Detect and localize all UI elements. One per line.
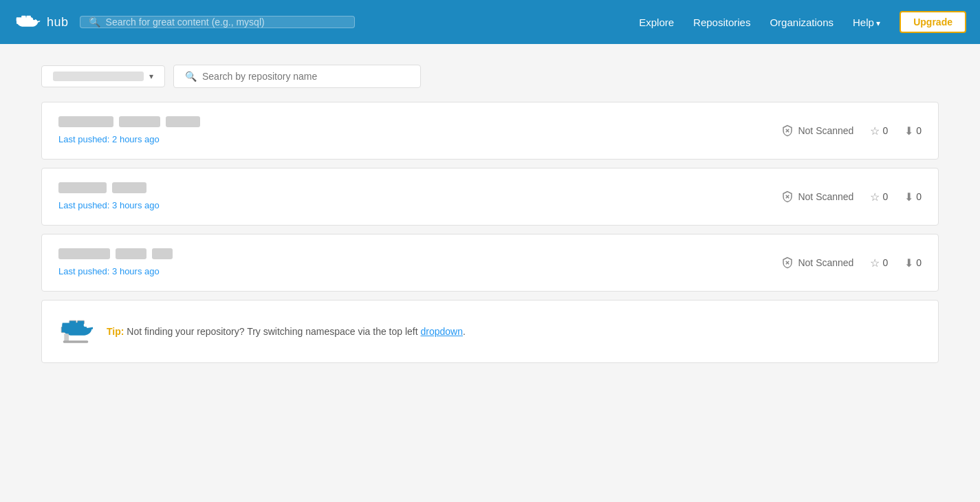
repo-search-box[interactable]: 🔍 [173, 65, 421, 88]
nav-help[interactable]: Help [853, 17, 880, 28]
download-count-1: ⬇ 0 [904, 124, 922, 138]
star-icon-1: ☆ [870, 124, 880, 138]
svg-rect-18 [64, 334, 69, 342]
not-scanned-badge-1: Not Scanned [781, 124, 853, 137]
repo-name-block-3a [58, 248, 110, 259]
star-icon-3: ☆ [870, 257, 880, 270]
repo-card-right-3: Not Scanned ☆ 0 ⬇ 0 [781, 257, 922, 270]
namespace-dropdown[interactable]: ▾ [41, 65, 165, 87]
star-count-2: ☆ 0 [870, 190, 888, 204]
not-scanned-label-3: Not Scanned [798, 257, 853, 268]
repo-name-block-1a [58, 116, 113, 127]
download-icon-3: ⬇ [904, 257, 913, 270]
svg-point-17 [84, 323, 87, 327]
not-scanned-badge-3: Not Scanned [781, 257, 853, 269]
namespace-text-placeholder [53, 72, 144, 81]
repo-last-pushed-1: Last pushed: 2 hours ago [58, 134, 160, 144]
repo-card-3[interactable]: Last pushed: 3 hours ago Not Scanned ☆ 0… [41, 234, 939, 292]
star-value-1: 0 [882, 125, 888, 136]
shield-icon-1 [781, 124, 794, 137]
repo-card-2[interactable]: Last pushed: 3 hours ago Not Scanned ☆ 0… [41, 168, 939, 226]
download-count-2: ⬇ 0 [904, 190, 922, 204]
repo-name-block-2a [58, 182, 107, 193]
navbar-search-box[interactable]: 🔍 [80, 16, 355, 28]
repo-card-right-2: Not Scanned ☆ 0 ⬇ 0 [781, 190, 922, 204]
not-scanned-label-2: Not Scanned [798, 191, 853, 202]
nav-repositories[interactable]: Repositories [693, 17, 750, 28]
repo-name-block-3b [116, 248, 146, 259]
star-count-3: ☆ 0 [870, 257, 888, 270]
download-icon-1: ⬇ [904, 124, 913, 138]
logo[interactable]: hub [14, 12, 69, 32]
tip-label: Tip: [107, 326, 124, 337]
shield-icon-2 [781, 190, 794, 203]
repo-last-pushed-2: Last pushed: 3 hours ago [58, 200, 160, 210]
tip-body: Not finding your repository? Try switchi… [127, 326, 466, 337]
repo-last-pushed-3: Last pushed: 3 hours ago [58, 266, 160, 276]
navbar: hub 🔍 Explore Repositories Organizations… [0, 0, 980, 44]
navbar-search-input[interactable] [106, 17, 346, 28]
repo-name-block-1b [119, 116, 160, 127]
tip-text: Tip: Not finding your repository? Try sw… [107, 326, 466, 337]
download-icon-2: ⬇ [904, 190, 913, 204]
repo-search-icon: 🔍 [185, 71, 197, 82]
repo-card-left-1: Last pushed: 2 hours ago [58, 116, 200, 145]
tip-dropdown-link[interactable]: dropdown [421, 326, 464, 337]
download-value-2: 0 [916, 191, 922, 202]
chevron-down-icon: ▾ [149, 72, 153, 81]
repo-name-bar-3 [58, 248, 173, 259]
tip-docker-icon [58, 314, 93, 349]
repo-card-right-1: Not Scanned ☆ 0 ⬇ 0 [781, 124, 922, 138]
repo-name-block-1c [166, 116, 200, 127]
download-value-1: 0 [916, 125, 922, 136]
nav-explore[interactable]: Explore [639, 17, 674, 28]
repo-name-block-3c [152, 248, 173, 259]
star-value-3: 0 [882, 257, 888, 268]
repo-search-input[interactable] [202, 71, 409, 82]
navbar-search-icon: 🔍 [89, 17, 100, 28]
repo-card-left-2: Last pushed: 3 hours ago [58, 182, 160, 211]
navbar-links: Explore Repositories Organizations Help … [639, 11, 966, 33]
filter-bar: ▾ 🔍 [41, 65, 939, 88]
not-scanned-badge-2: Not Scanned [781, 190, 853, 203]
svg-point-5 [33, 18, 35, 20]
tip-card: Tip: Not finding your repository? Try sw… [41, 300, 939, 363]
repo-card-1[interactable]: Last pushed: 2 hours ago Not Scanned ☆ 0… [41, 102, 939, 160]
star-count-1: ☆ 0 [870, 124, 888, 138]
upgrade-button[interactable]: Upgrade [900, 11, 966, 33]
repo-card-left-3: Last pushed: 3 hours ago [58, 248, 173, 277]
repo-name-block-2b [112, 182, 146, 193]
repo-name-bar-1 [58, 116, 200, 127]
repo-name-bar-2 [58, 182, 160, 193]
download-value-3: 0 [916, 257, 922, 268]
logo-text: hub [47, 15, 69, 30]
svg-rect-19 [63, 340, 89, 342]
star-value-2: 0 [882, 191, 888, 202]
not-scanned-label-1: Not Scanned [798, 125, 853, 136]
download-count-3: ⬇ 0 [904, 257, 922, 270]
main-content: ▾ 🔍 Last pushed: 2 hours ago Not [0, 44, 980, 502]
star-icon-2: ☆ [870, 190, 880, 204]
shield-icon-3 [781, 257, 794, 269]
docker-logo-icon [14, 12, 41, 32]
nav-organizations[interactable]: Organizations [770, 17, 834, 28]
